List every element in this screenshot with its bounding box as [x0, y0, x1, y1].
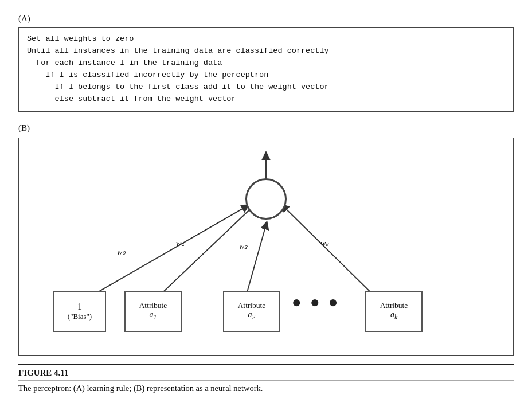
figure-title: FIGURE 4.11 — [18, 364, 514, 378]
attr1-line1: Attribute — [139, 301, 167, 310]
code-line-3: For each instance I in the training data — [27, 58, 222, 67]
ellipsis-dots: ● ● ● — [292, 293, 341, 311]
bias-line1: 1 — [77, 302, 82, 312]
section-a-label: (A) — [18, 14, 514, 24]
attrk-line2: ak — [390, 310, 397, 321]
bias-box: 1 ("Bias") — [53, 291, 106, 332]
attr2-line1: Attribute — [238, 301, 266, 310]
code-line-4: If I is classified incorrectly by the pe… — [27, 71, 268, 79]
svg-line-2 — [78, 206, 246, 303]
code-line-6: else subtract it from the weight vector — [27, 95, 236, 103]
attr1-box: Attribute a1 — [124, 291, 182, 332]
diagram-inner: w₀ w₁ w₂ wₖ 1 ("Bias") Attribute a1 Attr… — [28, 150, 504, 343]
diagram-box: w₀ w₁ w₂ wₖ 1 ("Bias") Attribute a1 Attr… — [18, 138, 514, 356]
weight-w1: w₁ — [176, 239, 185, 248]
attr2-box: Attribute a2 — [223, 291, 280, 332]
bias-line2: ("Bias") — [68, 312, 92, 321]
figure-caption: The perceptron: (A) learning rule; (B) r… — [18, 380, 514, 393]
neuron-circle — [245, 178, 287, 220]
weight-w2: w₂ — [239, 241, 248, 251]
code-line-5: If I belongs to the first class add it t… — [27, 83, 329, 91]
attr1-line2: a1 — [150, 310, 157, 321]
code-line-1: Set all weights to zero — [27, 34, 134, 43]
svg-line-5 — [284, 206, 382, 303]
code-box: Set all weights to zero Until all instan… — [18, 27, 514, 112]
svg-line-3 — [151, 206, 253, 303]
attrk-line1: Attribute — [380, 301, 408, 310]
section-b-label: (B) — [18, 123, 514, 133]
weight-w0: w₀ — [117, 247, 126, 257]
attrk-box: Attribute ak — [365, 291, 423, 332]
attr2-line2: a2 — [248, 310, 256, 321]
code-line-2: Until all instances in the training data… — [27, 46, 329, 55]
weight-wk: wₖ — [320, 239, 329, 248]
